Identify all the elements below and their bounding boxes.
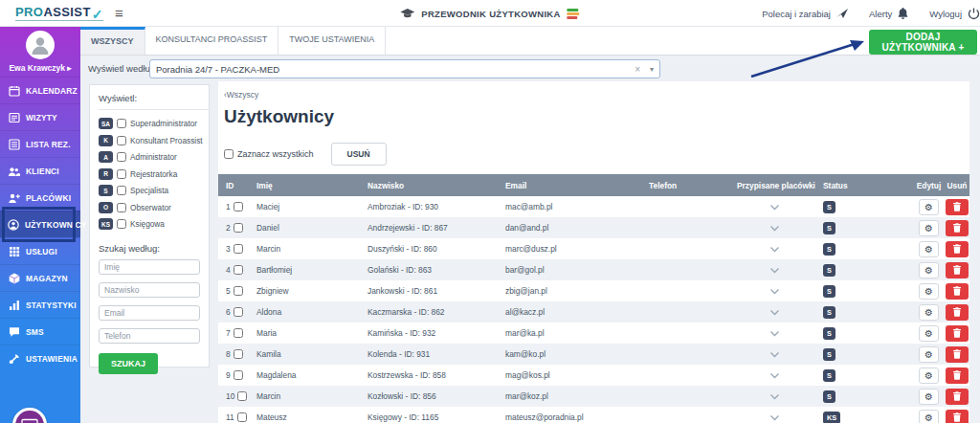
row-checkbox[interactable] bbox=[234, 307, 243, 317]
tab-konsultanci-proassist[interactable]: KONSULTANCI PROASSIST bbox=[145, 27, 279, 55]
chevron-down-icon[interactable] bbox=[769, 414, 780, 421]
role-checkbox[interactable] bbox=[117, 186, 126, 195]
chevron-down-icon[interactable] bbox=[769, 372, 780, 379]
delete-row-button[interactable] bbox=[946, 389, 969, 405]
delete-row-button[interactable] bbox=[946, 410, 969, 423]
row-checkbox[interactable] bbox=[234, 370, 243, 380]
table-row: 2 Daniel Andrzejewski - ID: 867 dan@and.… bbox=[218, 217, 969, 238]
delete-row-button[interactable] bbox=[946, 325, 969, 342]
clear-icon[interactable]: × bbox=[635, 64, 640, 75]
chevron-down-icon[interactable] bbox=[769, 309, 780, 316]
delete-row-button[interactable] bbox=[946, 283, 969, 300]
chevron-down-icon[interactable] bbox=[769, 330, 780, 337]
row-checkbox[interactable] bbox=[234, 202, 243, 212]
sidebar-item-visits[interactable]: WIZYTY bbox=[0, 103, 80, 130]
user-guide-link[interactable]: PRZEWODNIK UŻYTKOWNIKA bbox=[400, 0, 579, 27]
delete-row-button[interactable] bbox=[946, 262, 969, 278]
chevron-down-icon[interactable] bbox=[769, 288, 780, 295]
role-checkbox[interactable] bbox=[117, 203, 126, 212]
proassist-logo[interactable]: PROASSIST✓ bbox=[15, 5, 103, 21]
delete-row-button[interactable] bbox=[946, 199, 969, 215]
chevron-down-icon[interactable] bbox=[769, 204, 780, 211]
add-user-button[interactable]: DODAJ UŻYTKOWNIKA + bbox=[869, 30, 977, 55]
select-all-checkbox[interactable] bbox=[224, 149, 234, 159]
chevron-down-icon[interactable] bbox=[769, 351, 780, 358]
sidebar-item-reservation-list[interactable]: LISTA REZ. bbox=[0, 130, 80, 157]
row-checkbox[interactable] bbox=[237, 412, 247, 422]
chat-widget-button[interactable] bbox=[12, 408, 47, 423]
chevron-down-icon[interactable] bbox=[769, 246, 780, 253]
delete-selected-button[interactable]: USUŃ bbox=[331, 143, 387, 166]
edit-button[interactable]: ⚙ bbox=[919, 346, 939, 363]
sidebar-item-facilities[interactable]: PLACÓWKI bbox=[0, 184, 80, 211]
edit-button[interactable]: ⚙ bbox=[919, 262, 939, 278]
row-checkbox[interactable] bbox=[234, 328, 243, 338]
user-name: Ewa Krawczyk ▸ bbox=[0, 63, 80, 73]
edit-button[interactable]: ⚙ bbox=[919, 241, 939, 257]
delete-row-button[interactable] bbox=[946, 220, 969, 236]
edit-button[interactable]: ⚙ bbox=[919, 199, 939, 215]
sidebar-item-label: UŻYTKOWNICY bbox=[25, 220, 87, 230]
email-field[interactable] bbox=[99, 305, 200, 321]
hamburger-menu-icon[interactable]: ≡ bbox=[115, 5, 123, 21]
edit-button[interactable]: ⚙ bbox=[919, 220, 939, 236]
search-button[interactable]: SZUKAJ bbox=[99, 353, 158, 374]
role-checkbox[interactable] bbox=[117, 119, 126, 128]
first-name-field[interactable] bbox=[99, 259, 200, 275]
sidebar-item-sms[interactable]: SMS bbox=[0, 318, 80, 345]
breadcrumb[interactable]: ‹Wszyscy bbox=[218, 81, 969, 100]
row-checkbox[interactable] bbox=[234, 286, 243, 296]
show-label: Wyświetl: bbox=[90, 85, 209, 109]
power-icon[interactable] bbox=[968, 8, 980, 20]
sidebar-item-clients[interactable]: KLIENCI bbox=[0, 157, 80, 184]
delete-row-button[interactable] bbox=[946, 367, 969, 384]
sidebar-user[interactable]: Ewa Krawczyk ▸ bbox=[0, 27, 80, 77]
sidebar-item-calendar[interactable]: KALENDARZ bbox=[0, 77, 80, 103]
sidebar-item-warehouse[interactable]: MAGAZYN bbox=[0, 264, 80, 291]
facility-select[interactable]: Poradnia 24/7 - PACZKA-MED × ▾ bbox=[149, 59, 660, 78]
phone-field[interactable] bbox=[99, 328, 200, 344]
avatar[interactable] bbox=[26, 31, 55, 59]
header-placowki: Przypisane placówki bbox=[731, 181, 817, 190]
sidebar-item-label: MAGAZYN bbox=[26, 274, 68, 283]
tab-wszyscy[interactable]: WSZYSCY bbox=[80, 27, 145, 55]
refer-and-earn-link[interactable]: Polecaj i zarabiaj bbox=[762, 9, 831, 19]
edit-button[interactable]: ⚙ bbox=[919, 389, 939, 405]
delete-row-button[interactable] bbox=[946, 346, 969, 363]
status-badge: S bbox=[823, 222, 835, 234]
sidebar-item-statistics[interactable]: STATYSTYKI bbox=[0, 291, 80, 318]
gear-icon: ⚙ bbox=[924, 223, 933, 234]
role-checkbox[interactable] bbox=[117, 152, 126, 162]
settings-icon bbox=[8, 353, 20, 365]
bell-icon[interactable] bbox=[898, 8, 908, 19]
users-icon bbox=[8, 219, 19, 231]
edit-button[interactable]: ⚙ bbox=[919, 367, 939, 384]
role-checkbox[interactable] bbox=[117, 169, 126, 179]
row-checkbox[interactable] bbox=[234, 265, 243, 275]
row-checkbox[interactable] bbox=[234, 244, 243, 254]
edit-button[interactable]: ⚙ bbox=[919, 410, 939, 423]
alerts-link[interactable]: Alerty bbox=[869, 9, 892, 19]
sidebar-item-settings[interactable]: USTAWIENIA bbox=[0, 345, 80, 371]
row-checkbox[interactable] bbox=[234, 349, 243, 359]
edit-button[interactable]: ⚙ bbox=[919, 283, 939, 300]
sidebar-item-users[interactable]: UŻYTKOWNICY bbox=[0, 211, 80, 237]
tab-twoje-ustawienia[interactable]: TWOJE USTAWIENIA bbox=[278, 27, 386, 55]
role-checkbox[interactable] bbox=[117, 136, 126, 145]
chevron-down-icon[interactable] bbox=[769, 267, 780, 274]
chevron-down-icon[interactable] bbox=[769, 225, 780, 232]
trash-icon bbox=[953, 286, 961, 296]
logout-link[interactable]: Wyloguj bbox=[929, 9, 962, 19]
row-checkbox[interactable] bbox=[234, 223, 243, 233]
delete-row-button[interactable] bbox=[946, 241, 969, 257]
delete-row-button[interactable] bbox=[946, 304, 969, 321]
chevron-down-icon[interactable]: ▾ bbox=[650, 65, 654, 74]
header-telefon: Telefon bbox=[643, 181, 731, 190]
last-name-field[interactable] bbox=[99, 282, 200, 298]
role-checkbox[interactable] bbox=[117, 219, 126, 229]
sidebar-item-services[interactable]: USŁUGI bbox=[0, 237, 80, 264]
edit-button[interactable]: ⚙ bbox=[919, 325, 939, 342]
chevron-down-icon[interactable] bbox=[769, 393, 780, 400]
edit-button[interactable]: ⚙ bbox=[919, 304, 939, 321]
row-checkbox[interactable] bbox=[237, 391, 247, 401]
